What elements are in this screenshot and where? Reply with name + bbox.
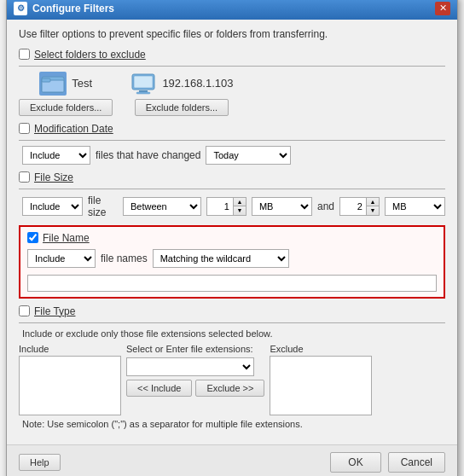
file-size-value2-spinbtns: ▲ ▼ bbox=[366, 198, 379, 215]
window-icon: ⚙ bbox=[14, 2, 27, 15]
file-type-divider bbox=[19, 322, 445, 323]
select-folders-divider bbox=[19, 66, 445, 67]
file-size-value2-spinbox: ▲ ▼ bbox=[339, 197, 380, 216]
main-content: Use filter options to prevent specific f… bbox=[7, 20, 457, 444]
file-size-and-label: and bbox=[317, 200, 334, 212]
cancel-button[interactable]: Cancel bbox=[388, 452, 445, 473]
file-size-value1-input[interactable] bbox=[207, 198, 233, 215]
source-folder-icon bbox=[39, 72, 67, 96]
file-name-section: File Name Include Exclude file names Mat… bbox=[19, 225, 445, 299]
select-folders-label: Select folders to exclude bbox=[34, 49, 146, 61]
titlebar-left: ⚙ Configure Filters bbox=[14, 2, 114, 15]
file-type-description: Include or exclude only those file exten… bbox=[19, 328, 445, 339]
modification-date-divider bbox=[19, 140, 445, 141]
file-size-unit1-select[interactable]: MB KB GB bbox=[252, 197, 312, 216]
include-list-container: Include bbox=[19, 344, 121, 415]
file-size-range-select[interactable]: Between Greater than Less than bbox=[123, 197, 201, 216]
file-size-value1-up[interactable]: ▲ bbox=[234, 198, 246, 206]
bottom-bar: Help OK Cancel bbox=[7, 444, 457, 477]
select-folders-checkbox[interactable] bbox=[19, 49, 30, 60]
titlebar: ⚙ Configure Filters ✕ bbox=[7, 0, 457, 20]
modification-filter-label: files that have changed bbox=[96, 149, 200, 161]
file-size-checkbox[interactable] bbox=[19, 171, 30, 183]
modification-date-section: Modification Date Include Exclude files … bbox=[19, 123, 445, 165]
file-size-section: File Size Include Exclude file size Betw… bbox=[19, 171, 445, 218]
exclude-list-label: Exclude bbox=[270, 344, 372, 354]
file-size-value2-up[interactable]: ▲ bbox=[367, 198, 379, 206]
file-size-include-select[interactable]: Include Exclude bbox=[22, 197, 83, 216]
file-type-checkbox[interactable] bbox=[19, 305, 30, 316]
folder-row: Test Exclude folders... bbox=[19, 72, 445, 116]
svg-rect-5 bbox=[139, 90, 148, 92]
modification-date-row: Include Exclude files that have changed … bbox=[19, 146, 445, 165]
dest-folder-item: 192.168.1.103 Exclude folders... bbox=[130, 72, 233, 116]
modification-date-checkbox[interactable] bbox=[19, 123, 30, 134]
help-button[interactable]: Help bbox=[19, 454, 61, 471]
include-button[interactable]: << Include bbox=[126, 380, 192, 397]
source-folder-name: Test bbox=[72, 77, 92, 90]
modification-include-select[interactable]: Include Exclude bbox=[22, 146, 90, 165]
source-exclude-button[interactable]: Exclude folders... bbox=[19, 99, 113, 116]
file-type-buttons: << Include Exclude >> bbox=[126, 380, 264, 397]
exclude-list[interactable] bbox=[270, 356, 372, 415]
exclude-button[interactable]: Exclude >> bbox=[195, 380, 264, 397]
file-size-label: File Size bbox=[34, 171, 73, 183]
file-name-wildcard-input[interactable]: ?.txt;?.doc bbox=[27, 275, 437, 292]
bottom-bar-right: OK Cancel bbox=[330, 452, 445, 473]
modification-period-select[interactable]: Today Yesterday This week Last week bbox=[206, 146, 291, 165]
file-size-row: Include Exclude file size Between Greate… bbox=[19, 194, 445, 218]
dest-computer-icon bbox=[130, 72, 157, 96]
file-size-header: File Size bbox=[19, 171, 445, 183]
file-size-value2-down[interactable]: ▼ bbox=[367, 206, 379, 215]
modification-date-label: Modification Date bbox=[34, 123, 113, 135]
file-name-include-select[interactable]: Include Exclude bbox=[27, 249, 96, 268]
file-name-match-select[interactable]: Matching the wildcard Not matching wildc… bbox=[153, 249, 289, 268]
exclude-list-container: Exclude bbox=[270, 344, 372, 415]
file-name-filter-label: file names bbox=[101, 253, 148, 264]
file-type-header: File Type bbox=[19, 305, 445, 317]
file-name-row: Include Exclude file names Matching the … bbox=[27, 249, 437, 268]
select-folders-header: Select folders to exclude bbox=[19, 49, 445, 61]
file-size-value2-input[interactable] bbox=[340, 198, 366, 215]
file-type-middle: Select or Enter file extensions: << Incl… bbox=[126, 344, 264, 397]
file-size-value1-down[interactable]: ▼ bbox=[234, 206, 246, 215]
file-size-value1-spinbtns: ▲ ▼ bbox=[233, 198, 246, 215]
file-name-header: File Name bbox=[27, 232, 437, 244]
window-title: Configure Filters bbox=[32, 3, 114, 15]
file-size-unit2-select[interactable]: MB KB GB bbox=[385, 197, 445, 216]
file-type-row: Include Select or Enter file extensions:… bbox=[19, 344, 445, 415]
file-type-section: File Type Include or exclude only those … bbox=[19, 305, 445, 429]
configure-filters-window: ⚙ Configure Filters ✕ Use filter options… bbox=[6, 0, 458, 476]
file-type-note: Note: Use semicolon (";") as a separator… bbox=[19, 419, 445, 429]
file-size-divider bbox=[19, 189, 445, 189]
svg-rect-2 bbox=[42, 78, 50, 82]
file-ext-select[interactable] bbox=[126, 357, 254, 376]
file-type-label: File Type bbox=[34, 305, 75, 317]
svg-rect-6 bbox=[136, 92, 150, 94]
include-list-label: Include bbox=[19, 344, 121, 354]
dest-folder-name: 192.168.1.103 bbox=[162, 77, 233, 90]
ok-button[interactable]: OK bbox=[330, 452, 380, 473]
file-ext-label: Select or Enter file extensions: bbox=[126, 344, 264, 354]
file-name-checkbox[interactable] bbox=[27, 232, 38, 243]
dest-folder-info: 192.168.1.103 bbox=[130, 72, 233, 96]
close-button[interactable]: ✕ bbox=[435, 2, 450, 15]
svg-rect-4 bbox=[134, 76, 153, 88]
file-name-label: File Name bbox=[43, 232, 90, 244]
intro-text: Use filter options to prevent specific f… bbox=[19, 28, 445, 40]
source-folder-item: Test Exclude folders... bbox=[19, 72, 113, 116]
dest-exclude-button[interactable]: Exclude folders... bbox=[135, 99, 229, 116]
select-folders-section: Select folders to exclude Test bbox=[19, 49, 445, 116]
modification-date-header: Modification Date bbox=[19, 123, 445, 135]
include-list[interactable] bbox=[19, 356, 121, 415]
file-size-filter-label: file size bbox=[88, 194, 118, 218]
source-folder-info: Test bbox=[39, 72, 92, 96]
file-size-value1-spinbox: ▲ ▼ bbox=[206, 197, 246, 216]
